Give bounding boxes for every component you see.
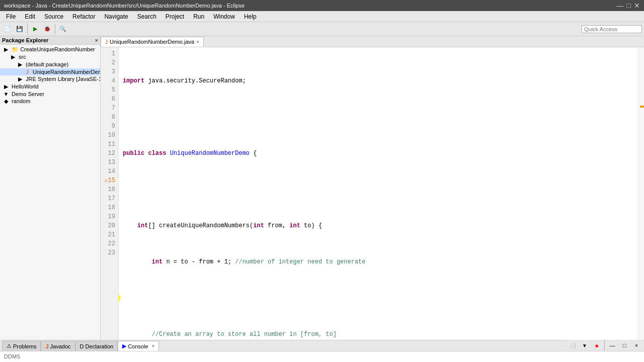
sidebar-item-random[interactable]: ◆ random xyxy=(0,98,100,105)
sidebar-item-jre[interactable]: ▶ JRE System Library [JavaSE-1.8] xyxy=(0,75,100,83)
line-num-21: 21 xyxy=(103,230,115,239)
close-button[interactable]: ✕ xyxy=(634,2,640,10)
sidebar-item-demo-server[interactable]: ▼ Demo Server xyxy=(0,90,100,98)
code-line-6: int n = to - from + 1; //number of integ… xyxy=(123,257,633,266)
menu-run[interactable]: Run xyxy=(189,12,208,21)
console-stop-button[interactable]: ■ xyxy=(591,340,602,351)
sidebar-item-src[interactable]: ▶ src xyxy=(0,53,100,61)
jre-label: JRE System Library [JavaSE-1.8] xyxy=(26,76,100,82)
line-num-7: 7 xyxy=(103,104,115,113)
random-icon: ◆ xyxy=(2,98,10,105)
line-num-6: 6 xyxy=(103,95,115,104)
project-label: CreateUniqueRandomNumber xyxy=(20,46,95,52)
line-num-19: 19 xyxy=(103,212,115,221)
sidebar-header: Package Explorer × xyxy=(0,36,100,45)
line-num-16: 16 xyxy=(103,185,115,194)
line-num-12: 12 xyxy=(103,149,115,158)
sidebar-item-helloworld[interactable]: ▶ HelloWorld xyxy=(0,83,100,90)
console-clear-button[interactable]: ⬜ xyxy=(567,340,578,351)
plain xyxy=(166,149,170,158)
tab-javadoc[interactable]: J Javadoc xyxy=(41,341,75,351)
quick-access-input[interactable] xyxy=(582,25,642,33)
hw-expand-icon: ▶ xyxy=(2,83,10,90)
minimize-button[interactable]: — xyxy=(617,2,624,10)
bottom-tabs: ⚠ Problems J Javadoc D Declaration ▶ Con… xyxy=(0,340,644,351)
line-num-10: 10 xyxy=(103,131,115,140)
line-num-5: 5 xyxy=(103,85,115,95)
hw-label: HelloWorld xyxy=(12,83,39,89)
line-num-15: ⚠15 xyxy=(103,176,115,185)
demo-file-label: UniqueRandomNumberDemo.java xyxy=(33,69,100,75)
kw-int4: int xyxy=(152,257,163,266)
menu-project[interactable]: Project xyxy=(162,12,188,21)
tab-icon: J xyxy=(105,39,108,45)
tab-close-button[interactable]: × xyxy=(196,39,199,45)
code-line-3: public class UniqueRandomNumberDemo { xyxy=(123,149,633,158)
line-num-8: 8 xyxy=(103,113,115,122)
code-content[interactable]: import java.security.SecureRandom; publi… xyxy=(119,47,637,340)
sidebar-item-default-pkg[interactable]: ▶ (default package) xyxy=(0,61,100,68)
tab-problems[interactable]: ⚠ Problems xyxy=(2,341,41,351)
plain: { xyxy=(250,149,257,158)
code-line-4 xyxy=(123,185,633,194)
separator2 xyxy=(55,24,55,34)
window-controls[interactable]: — □ ✕ xyxy=(617,2,640,10)
package-explorer: Package Explorer × ▶ 📁 CreateUniqueRando… xyxy=(0,36,101,340)
pkg-expand-icon: ▶ xyxy=(16,61,24,68)
folder-expand-icon: ▶ xyxy=(2,46,10,53)
console-close-icon[interactable]: × xyxy=(152,343,155,349)
problems-label: Problems xyxy=(13,343,36,349)
tab-console[interactable]: ▶ Console × xyxy=(118,341,159,351)
default-pkg-label: (default package) xyxy=(26,61,68,67)
line-num-4: 4 xyxy=(103,76,115,85)
class-name: UniqueRandomNumberDemo xyxy=(170,149,250,158)
menu-edit[interactable]: Edit xyxy=(21,12,39,21)
debug-button[interactable]: 🐞 xyxy=(42,24,53,35)
maximize-button[interactable]: □ xyxy=(627,2,631,10)
menu-help[interactable]: Help xyxy=(240,12,261,21)
code-editor[interactable]: 1 2 3 4 5 6 7 8 9 10 11 12 13 14 ⚠15 16 … xyxy=(101,47,644,340)
overview-ruler xyxy=(637,47,644,340)
sidebar-item-create[interactable]: ▶ 📁 CreateUniqueRandomNumber xyxy=(0,46,100,53)
menu-refactor[interactable]: Refactor xyxy=(68,12,99,21)
kw-int3: int xyxy=(289,221,300,230)
sidebar-close-icon[interactable]: × xyxy=(95,37,98,43)
menu-source[interactable]: Source xyxy=(40,12,67,21)
plain: to) { xyxy=(300,221,322,230)
editor-tabs: J UniqueRandomNumberDemo.java × xyxy=(101,36,644,47)
line-num-11: 11 xyxy=(103,140,115,149)
project-icon: 📁 xyxy=(12,46,19,52)
min-button[interactable]: — xyxy=(607,340,618,351)
max-button[interactable]: □ xyxy=(619,340,630,351)
close-console-button[interactable]: × xyxy=(631,340,642,351)
javadoc-icon: J xyxy=(45,343,48,349)
plain xyxy=(144,149,148,158)
editor-tab-main[interactable]: J UniqueRandomNumberDemo.java × xyxy=(101,37,204,47)
search-button[interactable]: 🔍 xyxy=(57,24,68,35)
menu-file[interactable]: File xyxy=(2,12,20,21)
title-text: workspace - Java - CreateUniqueRandomNum… xyxy=(4,3,245,9)
line-num-23: 23 xyxy=(103,248,115,257)
kw-import: import xyxy=(123,76,144,85)
tab-declaration[interactable]: D Declaration xyxy=(75,341,118,351)
run-button[interactable]: ▶ xyxy=(30,24,41,35)
plain: java.security.SecureRandom; xyxy=(144,76,246,85)
jre-expand-icon: ▶ xyxy=(16,76,24,82)
line-num-1: 1 xyxy=(103,49,115,58)
kw-int2: int xyxy=(253,221,264,230)
save-button[interactable]: 💾 xyxy=(14,24,25,35)
declaration-label: Declaration xyxy=(86,343,114,349)
console-label: Console xyxy=(128,343,148,349)
menu-window[interactable]: Window xyxy=(209,12,239,21)
line-num-13: 13 xyxy=(103,158,115,167)
menu-navigate[interactable]: Navigate xyxy=(100,12,132,21)
new-button[interactable]: 📄 xyxy=(2,24,13,35)
menu-bar: File Edit Source Refactor Navigate Searc… xyxy=(0,11,644,22)
console-scroll-button[interactable]: ▼ xyxy=(579,340,590,351)
menu-search[interactable]: Search xyxy=(133,12,160,21)
line-num-17: 17 xyxy=(103,194,115,203)
sidebar-tree[interactable]: ▶ 📁 CreateUniqueRandomNumber ▶ src ▶ (de… xyxy=(0,45,100,340)
declaration-icon: D xyxy=(80,343,84,349)
server-icon: ▼ xyxy=(2,91,10,97)
sidebar-item-demo-file[interactable]: J UniqueRandomNumberDemo.java xyxy=(0,68,100,75)
